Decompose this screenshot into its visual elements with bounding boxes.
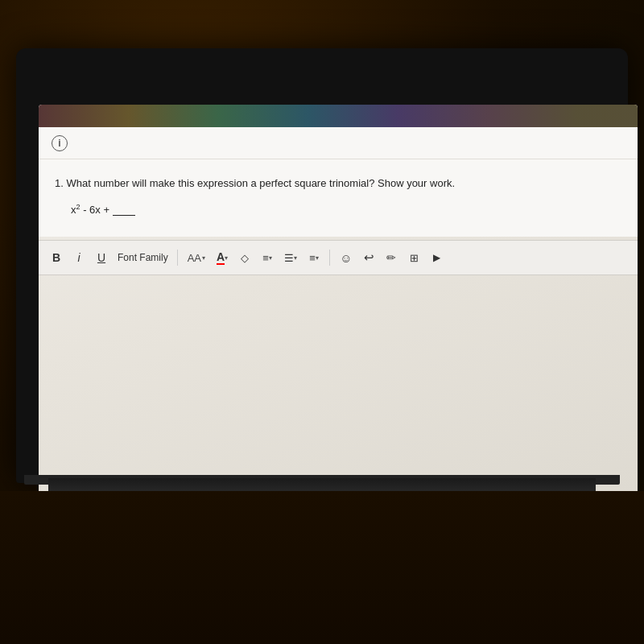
font-color-dropdown-arrow: ▾ bbox=[225, 254, 228, 262]
math-blank bbox=[113, 215, 135, 216]
indent-dropdown-arrow: ▾ bbox=[316, 254, 319, 262]
more-button[interactable]: ▶ bbox=[427, 246, 446, 269]
info-bar: i bbox=[39, 127, 638, 159]
toolbar-divider-1 bbox=[177, 250, 178, 266]
image-button[interactable]: ⊞ bbox=[404, 246, 423, 269]
emoji-button[interactable]: ☺ bbox=[336, 246, 356, 269]
highlight-button[interactable]: ◇ bbox=[235, 246, 254, 269]
font-size-dropdown-arrow: ▾ bbox=[202, 254, 205, 262]
italic-button[interactable]: i bbox=[69, 246, 89, 269]
bold-button[interactable]: B bbox=[47, 246, 66, 269]
indent-button[interactable]: ≡ ▾ bbox=[304, 246, 324, 269]
link-button[interactable]: ↩ bbox=[359, 246, 378, 269]
info-icon[interactable]: i bbox=[52, 135, 68, 151]
math-expression: x2 - 6x + bbox=[71, 203, 621, 216]
font-color-button[interactable]: A ▾ bbox=[213, 246, 232, 269]
question-text: 1. What number will make this expression… bbox=[55, 175, 621, 192]
bullet-dropdown-arrow: ▾ bbox=[294, 254, 297, 262]
pencil-button[interactable]: ✏ bbox=[382, 246, 401, 269]
toolbar-divider-2 bbox=[329, 250, 330, 266]
font-family-label: Font Family bbox=[114, 252, 171, 263]
desk-bottom bbox=[0, 491, 644, 644]
align-button[interactable]: ≡ ▾ bbox=[258, 246, 277, 269]
underline-button[interactable]: U bbox=[92, 246, 111, 269]
screen-content: i 1. What number will make this expressi… bbox=[39, 105, 638, 526]
align-dropdown-arrow: ▾ bbox=[269, 254, 272, 262]
font-size-button[interactable]: AA ▾ bbox=[184, 246, 209, 269]
formatting-toolbar: B i U Font Family AA ▾ A bbox=[39, 240, 638, 275]
bullet-list-button[interactable]: ☰ ▾ bbox=[280, 246, 301, 269]
laptop-bezel: i 1. What number will make this expressi… bbox=[16, 48, 628, 483]
question-area: 1. What number will make this expression… bbox=[39, 159, 638, 237]
